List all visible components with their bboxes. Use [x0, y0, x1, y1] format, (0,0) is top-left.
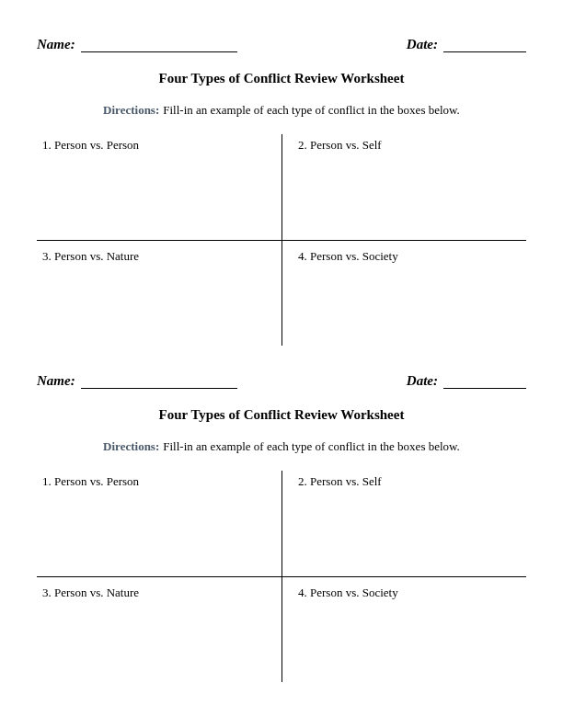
- directions-row: Directions:Fill-in an example of each ty…: [37, 439, 526, 454]
- cell-person-vs-person[interactable]: 1. Person vs. Person: [37, 471, 282, 576]
- date-label: Date:: [407, 373, 438, 389]
- cell-person-vs-self[interactable]: 2. Person vs. Self: [282, 471, 526, 576]
- cell-person-vs-self[interactable]: 2. Person vs. Self: [282, 134, 526, 240]
- header-row: Name: Date:: [37, 373, 526, 389]
- date-label: Date:: [407, 37, 438, 52]
- cell-person-vs-person[interactable]: 1. Person vs. Person: [37, 134, 282, 240]
- name-field: Name:: [37, 37, 237, 52]
- cell-person-vs-society[interactable]: 4. Person vs. Society: [282, 576, 526, 682]
- directions-row: Directions:Fill-in an example of each ty…: [37, 103, 526, 118]
- date-field: Date:: [407, 37, 526, 52]
- directions-label: Directions:: [103, 103, 159, 117]
- name-label: Name:: [37, 37, 75, 52]
- directions-text: Fill-in an example of each type of confl…: [163, 439, 460, 453]
- date-field: Date:: [407, 373, 526, 389]
- name-input-line[interactable]: [81, 40, 237, 52]
- cell-person-vs-nature[interactable]: 3. Person vs. Nature: [37, 240, 282, 346]
- worksheet-title: Four Types of Conflict Review Worksheet: [37, 407, 526, 423]
- cell-person-vs-society[interactable]: 4. Person vs. Society: [282, 240, 526, 346]
- name-label: Name:: [37, 373, 75, 389]
- cell-person-vs-nature[interactable]: 3. Person vs. Nature: [37, 576, 282, 682]
- date-input-line[interactable]: [443, 40, 526, 52]
- worksheet-title: Four Types of Conflict Review Worksheet: [37, 71, 526, 86]
- conflict-grid: 1. Person vs. Person 2. Person vs. Self …: [37, 134, 526, 346]
- directions-label: Directions:: [103, 439, 159, 453]
- directions-text: Fill-in an example of each type of confl…: [163, 103, 460, 117]
- date-input-line[interactable]: [443, 376, 526, 389]
- name-field: Name:: [37, 373, 237, 389]
- worksheet-copy-1: Name: Date: Four Types of Conflict Revie…: [37, 37, 526, 346]
- name-input-line[interactable]: [81, 376, 237, 389]
- header-row: Name: Date:: [37, 37, 526, 52]
- conflict-grid: 1. Person vs. Person 2. Person vs. Self …: [37, 471, 526, 682]
- worksheet-copy-2: Name: Date: Four Types of Conflict Revie…: [37, 373, 526, 682]
